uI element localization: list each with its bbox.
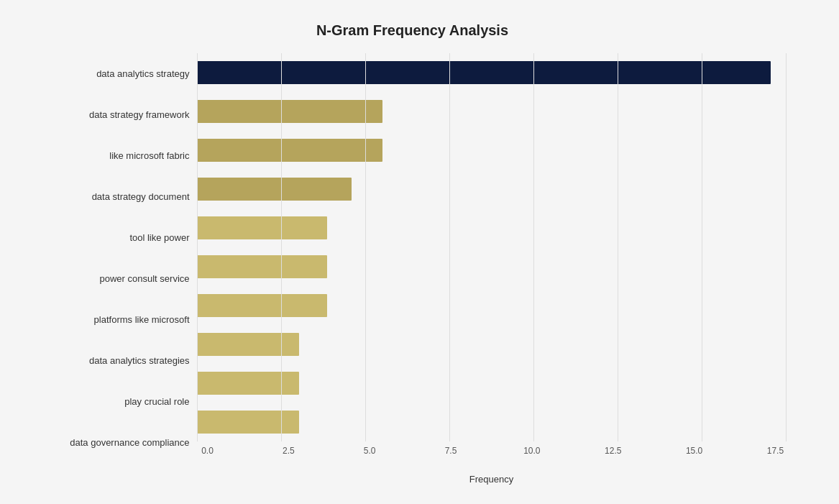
x-tick: 5.0	[359, 446, 380, 456]
bar-row	[197, 60, 787, 86]
bar-row	[197, 293, 787, 319]
bar	[197, 411, 299, 434]
y-label: data strategy framework	[39, 98, 190, 131]
x-tick: 12.5	[602, 446, 624, 456]
x-tick: 7.5	[440, 446, 462, 456]
chart-title: N-Gram Frequency Analysis	[39, 22, 787, 39]
bar	[197, 333, 299, 356]
bar	[197, 372, 299, 395]
y-label: platforms like microsoft	[39, 303, 190, 336]
x-tick: 17.5	[764, 446, 786, 456]
bar-row	[197, 176, 787, 202]
y-labels: data analytics strategydata strategy fra…	[39, 53, 197, 463]
bar-row	[197, 331, 787, 357]
y-label: data analytics strategy	[39, 57, 190, 90]
bar	[197, 216, 327, 239]
y-label: play crucial role	[39, 385, 190, 418]
bar-row	[197, 370, 787, 396]
x-ticks-container: 0.02.55.07.510.012.515.017.5 Frequency	[197, 441, 787, 463]
x-tick: 15.0	[684, 446, 705, 456]
bar	[197, 61, 771, 84]
bar	[197, 255, 327, 278]
bars-and-grid: 0.02.55.07.510.012.515.017.5 Frequency	[197, 53, 787, 463]
y-label: data strategy document	[39, 180, 190, 213]
bar	[197, 100, 383, 123]
bars-wrapper	[197, 53, 787, 463]
bar-row	[197, 137, 787, 163]
chart-container: N-Gram Frequency Analysis data analytics…	[24, 8, 815, 497]
chart-area: data analytics strategydata strategy fra…	[39, 53, 787, 463]
x-tick: 2.5	[278, 446, 299, 456]
bar	[197, 139, 383, 162]
y-label: tool like power	[39, 221, 190, 254]
bar-row	[197, 409, 787, 435]
x-axis-label: Frequency	[469, 474, 513, 485]
bar	[197, 294, 327, 317]
bar	[197, 178, 352, 201]
bar-row	[197, 254, 787, 280]
x-tick: 10.0	[521, 446, 543, 456]
y-label: data analytics strategies	[39, 344, 190, 377]
y-label: data governance compliance	[39, 426, 190, 459]
bar-row	[197, 98, 787, 124]
y-label: power consult service	[39, 262, 190, 295]
bar-row	[197, 215, 787, 241]
x-tick: 0.0	[197, 446, 219, 456]
y-label: like microsoft fabric	[39, 139, 190, 172]
